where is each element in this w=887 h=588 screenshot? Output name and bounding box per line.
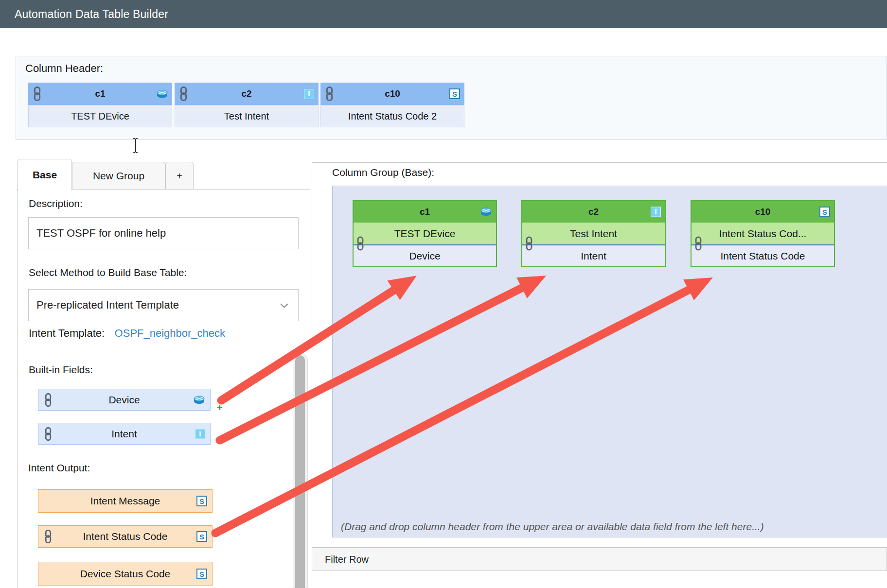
- column-id: c2: [175, 88, 319, 99]
- tab-base-label: Base: [33, 169, 57, 181]
- field-chip-intent[interactable]: Intent I: [38, 423, 211, 445]
- field-chip-label: Intent: [38, 428, 210, 440]
- tab-add[interactable]: +: [165, 162, 194, 190]
- tab-new-group-label: New Group: [93, 170, 144, 182]
- string-icon: S: [449, 88, 460, 99]
- intent-icon: I: [195, 429, 205, 439]
- column-id: c10: [692, 201, 834, 223]
- filter-row-label: Filter Row: [312, 554, 369, 565]
- string-icon: S: [196, 569, 207, 579]
- intent-icon: I: [304, 89, 314, 99]
- intent-template-label: Intent Template:: [29, 327, 105, 339]
- field-chip-device-status-code[interactable]: Device Status Code S: [38, 562, 213, 586]
- column-card-field: Intent Status Code: [692, 245, 834, 266]
- column-card-c2[interactable]: c2 I Test Intent Intent: [521, 200, 666, 267]
- method-select[interactable]: Pre-replicated Intent Template: [28, 289, 299, 321]
- link-icon: [525, 236, 533, 251]
- add-tab-icon: +: [177, 171, 182, 182]
- field-chip-intent-status-code[interactable]: Intent Status Code S: [38, 525, 213, 548]
- column-chip-c10-name[interactable]: Intent Status Code 2: [320, 105, 464, 127]
- intent-icon: I: [651, 207, 661, 217]
- field-chip-device[interactable]: Device: [38, 389, 211, 411]
- column-header-label: Column Header:: [25, 62, 103, 75]
- column-id: c1: [28, 88, 172, 99]
- field-chip-label: Device: [38, 394, 210, 406]
- string-icon: S: [819, 207, 830, 217]
- column-chip-c1-name[interactable]: TEST DEvice: [28, 105, 172, 127]
- column-card-name: Intent Status Cod...: [692, 223, 834, 244]
- column-chip-c2-name[interactable]: Test Intent: [175, 105, 319, 127]
- filter-row-header[interactable]: Filter Row: [312, 548, 887, 571]
- chevron-down-icon: [280, 303, 288, 308]
- field-chip-label: Device Status Code: [38, 568, 212, 580]
- field-chip-label: Intent Message: [38, 495, 212, 507]
- drop-hint-text: (Drag and drop column header from the up…: [341, 521, 764, 533]
- column-chip-c1-header[interactable]: c1: [28, 83, 172, 105]
- description-label: Description:: [29, 198, 83, 209]
- tab-base[interactable]: Base: [18, 159, 72, 190]
- device-router-icon: [193, 395, 205, 404]
- column-card-field: Intent: [522, 245, 665, 266]
- scrollbar-thumb[interactable]: [295, 355, 305, 588]
- string-icon: S: [196, 496, 207, 506]
- string-icon: S: [196, 531, 207, 542]
- title-bar: Automation Data Table Builder: [0, 0, 887, 28]
- column-card-name: Test Intent: [522, 223, 665, 244]
- field-chip-intent-message[interactable]: Intent Message S: [38, 489, 213, 513]
- column-card-field: Device: [354, 245, 496, 266]
- intent-template-row: Intent Template: OSPF_neighbor_check: [29, 327, 225, 340]
- page-title: Automation Data Table Builder: [0, 8, 168, 21]
- intent-template-link[interactable]: OSPF_neighbor_check: [115, 327, 225, 339]
- column-id: c1: [354, 201, 496, 223]
- filter-row-content: [312, 571, 887, 588]
- column-header-table: c1 TEST DEvice c2 I Test Intent c10 S In…: [28, 83, 466, 127]
- tab-new-group[interactable]: New Group: [72, 162, 165, 190]
- column-chip-c2-header[interactable]: c2 I: [175, 83, 319, 105]
- column-group-label: Column Group (Base):: [332, 167, 434, 178]
- built-in-fields-label: Built-in Fields:: [29, 364, 93, 376]
- drag-copy-cursor: +: [217, 402, 223, 414]
- column-card-c1[interactable]: c1 TEST DEvice Device: [353, 200, 497, 267]
- column-card-header: c1: [354, 201, 496, 223]
- link-icon: [356, 236, 365, 251]
- column-card-name: TEST DEvice: [354, 223, 496, 244]
- column-card-header: c2 I: [522, 201, 665, 223]
- intent-output-label: Intent Output:: [28, 462, 90, 474]
- method-select-value: Pre-replicated Intent Template: [36, 299, 179, 311]
- link-icon: [694, 236, 703, 251]
- field-chip-label: Intent Status Code: [38, 531, 212, 542]
- method-label: Select Method to Build Base Table:: [29, 267, 187, 278]
- column-card-header: c10 S: [692, 201, 834, 223]
- device-router-icon: [480, 208, 492, 217]
- device-router-icon: [156, 89, 168, 99]
- column-chip-c10-header[interactable]: c10 S: [320, 83, 464, 105]
- description-input[interactable]: [28, 217, 299, 249]
- text-cursor: [132, 137, 139, 154]
- column-card-c10[interactable]: c10 S Intent Status Cod... Intent Status…: [691, 200, 835, 267]
- column-id: c10: [320, 88, 464, 99]
- column-id: c2: [522, 201, 665, 223]
